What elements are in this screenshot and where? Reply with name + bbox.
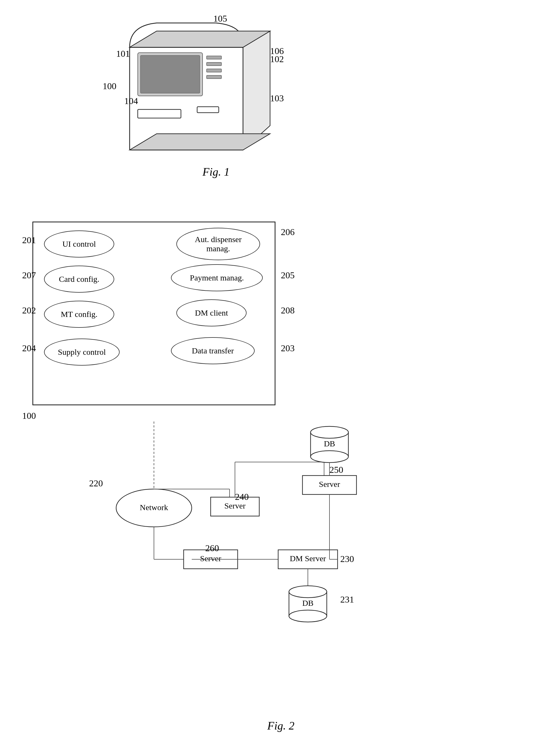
fig2-label: Fig. 2 bbox=[267, 719, 294, 732]
svg-point-22 bbox=[310, 426, 349, 438]
ref-220: 220 bbox=[89, 478, 103, 489]
svg-text:Server: Server bbox=[319, 480, 340, 489]
svg-point-35 bbox=[289, 586, 327, 598]
ref-260: 260 bbox=[205, 543, 219, 553]
svg-rect-5 bbox=[206, 56, 222, 59]
network-diagram-svg: Network Server Server DB bbox=[16, 222, 546, 708]
fig1-container: 105 106 102 101 100 103 104 Fig. 1 bbox=[81, 11, 351, 178]
ref-240: 240 bbox=[235, 492, 249, 502]
ref-230: 230 bbox=[340, 554, 354, 564]
fig2-container: UI control Aut. dispenser manag. Card co… bbox=[16, 205, 546, 732]
svg-rect-8 bbox=[206, 76, 222, 79]
ref-105: 105 bbox=[213, 13, 227, 24]
svg-rect-2 bbox=[140, 55, 200, 93]
ref-104: 104 bbox=[124, 96, 138, 106]
atm-diagram bbox=[103, 11, 319, 162]
svg-rect-4 bbox=[138, 109, 181, 118]
ref-231: 231 bbox=[340, 595, 354, 605]
ref-101: 101 bbox=[116, 49, 130, 59]
ref-250: 250 bbox=[329, 465, 343, 475]
svg-rect-3 bbox=[197, 107, 219, 113]
svg-text:Server: Server bbox=[200, 554, 221, 563]
ref-103: 103 bbox=[270, 93, 284, 104]
svg-text:Network: Network bbox=[140, 503, 168, 512]
ref-102: 102 bbox=[270, 54, 284, 64]
svg-text:DB: DB bbox=[324, 439, 335, 448]
page: 105 106 102 101 100 103 104 Fig. 1 UI co… bbox=[0, 0, 552, 756]
svg-point-23 bbox=[310, 451, 349, 463]
svg-text:Server: Server bbox=[225, 501, 246, 510]
svg-text:DM Server: DM Server bbox=[290, 554, 326, 563]
svg-text:DB: DB bbox=[302, 599, 313, 607]
svg-rect-6 bbox=[206, 62, 222, 66]
svg-point-36 bbox=[289, 610, 327, 622]
fig1-label: Fig. 1 bbox=[202, 165, 230, 178]
ref-100: 100 bbox=[103, 81, 116, 91]
svg-rect-7 bbox=[206, 69, 222, 72]
